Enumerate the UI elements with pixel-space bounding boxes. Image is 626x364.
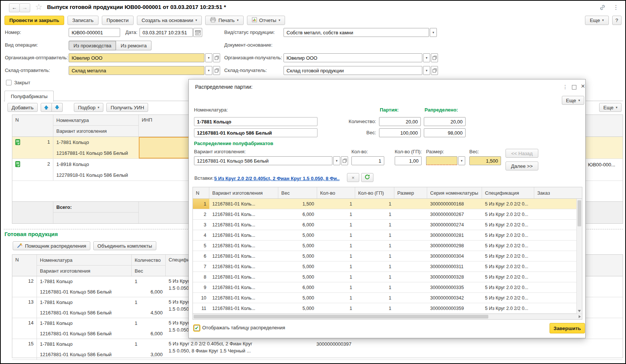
dialog-menu-dots-icon[interactable]: ⋮ [563, 84, 568, 90]
link-icon[interactable] [599, 4, 606, 12]
distributed-quantity-field[interactable]: 20,00 [424, 117, 466, 126]
table-row[interactable]: 10 12167881-01 Коль... 5,000 1 1 3000000… [193, 293, 576, 303]
party-quantity-field[interactable]: 20,00 [379, 117, 421, 126]
nav-forward-button[interactable]: → [19, 3, 30, 12]
dialog-maximize-icon[interactable] [572, 84, 576, 91]
help-button[interactable]: ? [612, 16, 622, 25]
col-header-qty[interactable]: Кол-во [317, 187, 355, 198]
wh-sender-open-icon[interactable] [213, 66, 220, 75]
org-receiver-field[interactable]: Ювелир ООО [284, 53, 422, 62]
refresh-button[interactable] [361, 173, 373, 182]
variant-open-icon[interactable] [341, 156, 348, 165]
table-row[interactable]: 5 12167881-01 Коль... 5,000 1 1 30000000… [193, 241, 576, 251]
scroll-right-icon[interactable] [579, 315, 581, 318]
wh-sender-field[interactable]: Склад металла [69, 66, 204, 75]
table-row[interactable]: 1 12167881-01 Коль... 1,500 1 1 30000000… [193, 199, 576, 209]
finish-button[interactable]: Завершить [550, 323, 585, 333]
distribution-assistant-button[interactable]: Помощник распределения [13, 241, 90, 250]
nav-back-button[interactable]: ← [9, 3, 20, 12]
col-header-spec[interactable]: Спецификация [482, 187, 534, 198]
reports-button[interactable]: Отчеты▾ [247, 16, 285, 25]
size-field[interactable] [426, 156, 457, 165]
move-up-button[interactable] [41, 103, 52, 112]
qty-gp-field[interactable]: 1,00 [395, 156, 422, 165]
wh-receiver-dropdown-button[interactable]: ▾ [423, 66, 430, 75]
date-field[interactable]: 03.03.2017 10:23:51 [140, 28, 193, 37]
distributed-weight-field[interactable]: 98,000 [424, 128, 466, 137]
nomenclature-field-1[interactable]: 1-7881 Кольцо [194, 117, 317, 126]
variant-dropdown-button[interactable]: ▾ [333, 156, 340, 165]
org-receiver-dropdown-button[interactable]: ▾ [423, 53, 430, 62]
more-dots-icon[interactable]: ⋮ [613, 4, 619, 11]
table-row[interactable]: 7 12167881-01 Коль... 5,000 1 1 30000000… [193, 261, 576, 272]
table-row[interactable]: 4 12167881-01 Коль... 5,000 1 1 30000000… [193, 230, 576, 241]
size-dropdown-button[interactable]: ▾ [458, 156, 465, 165]
vertical-scrollbar[interactable] [576, 199, 582, 314]
table-row[interactable]: 11 12167881-01 Коль... 5,000 1 1 3000000… [193, 303, 576, 314]
status-field[interactable]: Собств металл, собств камни [284, 28, 429, 37]
col-header-weight[interactable]: Вес [132, 266, 165, 276]
semis-more-button[interactable]: Еще▾ [599, 103, 622, 112]
table-row[interactable]: 15 1-7881 Кольцо 12167881-01 Кольцо 586 … [12, 339, 623, 360]
move-down-button[interactable] [52, 103, 63, 112]
print-button[interactable]: Печать▾ [205, 16, 243, 25]
write-button[interactable]: Записать [68, 16, 98, 25]
next-button[interactable]: Далее >> [506, 161, 538, 170]
col-header-variant[interactable]: Вариант изготовления [53, 126, 138, 136]
post-and-close-button[interactable]: Провести и закрыть [4, 16, 64, 25]
org-sender-dropdown-button[interactable]: ▾ [205, 53, 212, 62]
favorite-star-icon[interactable]: ☆ [35, 2, 43, 12]
org-sender-open-icon[interactable] [213, 53, 220, 62]
col-header-series[interactable]: Серия номенклатуры [427, 187, 482, 198]
table-row[interactable]: 3 12167881-01 Коль... 6,000 1 1 30000000… [193, 220, 576, 230]
weight2-field[interactable]: 1,500 [469, 156, 501, 165]
table-row[interactable]: 6 12167881-01 Коль... 5,000 1 1 30000000… [193, 251, 576, 261]
col-header-nomenclature[interactable]: Номенклатура [53, 115, 138, 126]
vertical-scrollbar-thumb[interactable] [578, 200, 581, 226]
qty-field[interactable]: 1 [351, 156, 384, 165]
table-row[interactable]: 2 12167881-01 Коль... 6,000 1 1 30000000… [193, 209, 576, 220]
col-header-weight[interactable]: Вес [278, 187, 317, 198]
tab-polufabrikaty[interactable]: Полуфабрикаты [4, 91, 54, 102]
col-header-quantity[interactable]: Количество [132, 255, 165, 266]
nomenclature-field-2[interactable]: 12167881-01 Кольцо 586 Белый [194, 128, 317, 137]
status-dropdown-button[interactable]: ▾ [430, 28, 437, 37]
col-header-n[interactable]: N [12, 115, 53, 136]
col-header-order[interactable]: Заказ [534, 187, 582, 198]
col-header-variant[interactable]: Вариант изготовления [37, 266, 131, 276]
dialog-close-icon[interactable]: × [581, 83, 585, 90]
dialog-more-button[interactable]: Еще▾ [562, 96, 584, 105]
more-button[interactable]: Еще▾ [585, 16, 609, 25]
create-based-on-button[interactable]: Создать на основании▾ [137, 16, 202, 25]
calendar-icon[interactable] [193, 28, 202, 37]
clear-inserts-button[interactable]: × [347, 173, 359, 182]
col-header-n[interactable]: N [193, 187, 209, 198]
table-row[interactable]: 8 12167881-01 Коль... 5,000 1 1 30000000… [193, 272, 576, 282]
merge-kits-button[interactable]: Объединить комплекты [93, 241, 156, 250]
scroll-down-icon[interactable] [578, 310, 581, 312]
post-button[interactable]: Провести [102, 16, 134, 25]
table-row[interactable]: 9 12167881-01 Коль... 6,000 1 1 30000000… [193, 282, 576, 293]
variant-combo[interactable]: 12167881-01 Кольцо 586 Белый [194, 156, 332, 165]
op-from-repair-button[interactable]: Из ремонта [116, 41, 151, 50]
back-button[interactable]: << Назад [506, 149, 538, 158]
horizontal-scrollbar[interactable] [193, 314, 582, 319]
op-from-production-button[interactable]: Из производства [69, 41, 116, 50]
col-header-variant[interactable]: Вариант изготовления [209, 187, 278, 198]
show-distribution-table-checkbox[interactable]: ✔ [194, 325, 200, 331]
add-button[interactable]: Добавить [7, 103, 38, 112]
podbor-button[interactable]: Подбор▾ [74, 103, 103, 112]
org-receiver-open-icon[interactable] [431, 53, 438, 62]
wh-receiver-open-icon[interactable] [431, 66, 438, 75]
col-header-size[interactable]: Размер [394, 187, 427, 198]
wh-sender-dropdown-button[interactable]: ▾ [205, 66, 212, 75]
get-uin-button[interactable]: Получить УИН [106, 103, 148, 112]
number-field[interactable]: ЮВ00-000001 [69, 28, 120, 37]
org-sender-field[interactable]: Ювелир ООО [69, 53, 204, 62]
party-weight-field[interactable]: 100,000 [379, 128, 421, 137]
horizontal-scrollbar-thumb[interactable] [194, 315, 488, 318]
closed-checkbox[interactable] [6, 80, 12, 85]
col-header-nomenclature[interactable]: Номенклатура [37, 255, 131, 266]
inserts-link[interactable]: 5 Из Круг 2.0 2/2 0.405ct, 2 Фиан Круг 1… [214, 176, 339, 181]
wh-receiver-field[interactable]: Склад готовой продукции [284, 66, 422, 75]
